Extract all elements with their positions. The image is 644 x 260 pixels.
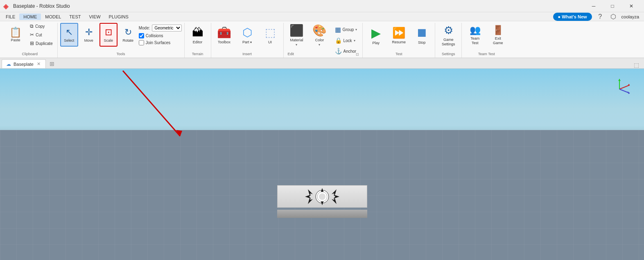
toolbox-button[interactable]: 🧰 Toolbox <box>214 23 235 47</box>
rotate-button[interactable]: ↻ Rotate <box>119 23 137 47</box>
menu-test[interactable]: TEST <box>65 13 85 20</box>
svg-marker-14 <box>618 79 621 81</box>
select-button[interactable]: ↖ Select <box>60 23 78 47</box>
svg-marker-4 <box>333 195 339 199</box>
select-icon: ↖ <box>66 27 73 38</box>
maximize-button[interactable]: □ <box>603 0 622 12</box>
play-button[interactable]: ▶ Play <box>365 23 386 47</box>
viewport-options-button[interactable]: ⬚ <box>634 62 639 68</box>
tab-bar: ☁ Baseplate ✕ ⊞ ⬚ <box>0 58 644 69</box>
rotate-icon: ↻ <box>124 27 132 38</box>
ribbon-group-team-test: 👥 TeamTest 🚪 ExitGame Team Test <box>462 23 511 58</box>
tab-label: Baseplate <box>14 62 34 67</box>
exit-game-icon: 🚪 <box>493 25 504 36</box>
header-right: ● What's New ? ⬡ coolayza <box>553 12 642 22</box>
team-test-label: Team Test <box>464 51 508 58</box>
color-icon: 🎨 <box>312 24 327 37</box>
stop-button[interactable]: ⏹ Stop <box>411 23 432 47</box>
settings-label: Settings <box>438 51 459 58</box>
title-bar: ◈ Baseplate - Roblox Studio ─ □ ✕ <box>0 0 644 12</box>
menu-home[interactable]: HOME <box>19 13 41 20</box>
menu-view[interactable]: VIEW <box>85 13 104 20</box>
username-label: coolayza <box>621 14 639 19</box>
part-button[interactable]: ⬡ Part ▾ <box>237 23 258 47</box>
material-icon: ⬛ <box>289 24 304 37</box>
collisions-checkbox[interactable]: Collisions <box>139 33 182 38</box>
join-surfaces-checkbox[interactable]: Join Surfaces <box>139 40 182 45</box>
ui-icon: ⬚ <box>265 26 276 39</box>
scale-icon: ⊡ <box>105 27 112 38</box>
group-dropdown-icon: ▾ <box>355 28 357 31</box>
move-icon: ✛ <box>85 27 93 38</box>
lock-icon: 🔒 <box>335 37 342 44</box>
duplicate-icon: ⊞ <box>30 40 34 46</box>
stop-icon: ⏹ <box>416 26 428 40</box>
terrain-icon: 🏔 <box>192 26 203 39</box>
share-button[interactable]: ⬡ <box>608 12 618 22</box>
clipboard-small-buttons: ⧉ Copy ✂ Cut ⊞ Duplicate <box>28 23 55 47</box>
baseplate-object <box>277 185 367 218</box>
viewport[interactable] <box>0 69 644 260</box>
tools-extra: Mode: Geometric Local World Collisions J… <box>139 23 182 45</box>
exit-game-button[interactable]: 🚪 ExitGame <box>487 23 508 47</box>
terrain-label: Terrain <box>187 51 208 58</box>
team-test-button[interactable]: 👥 TeamTest <box>464 23 486 47</box>
group-button[interactable]: ▦ Group ▾ <box>332 24 360 36</box>
part-icon: ⬡ <box>242 26 252 39</box>
baseplate-side <box>277 210 367 218</box>
cut-icon: ✂ <box>30 32 34 38</box>
team-test-icon: 👥 <box>470 25 481 36</box>
app-icon: ◈ <box>3 2 11 10</box>
play-icon: ▶ <box>371 26 381 40</box>
material-button[interactable]: ⬛ Material▾ <box>286 23 307 47</box>
mode-label: Mode: <box>139 26 150 30</box>
ribbon-group-test: ▶ Play ⏩ Resume ⏹ Stop Test <box>363 23 435 58</box>
insert-label: Insert <box>214 51 281 58</box>
cut-button[interactable]: ✂ Cut <box>28 31 55 39</box>
ribbon-group-edit: ⬛ Material▾ 🎨 Color▾ ▦ Group ▾ 🔒 Lock ▾ <box>284 23 363 58</box>
menu-plugins[interactable]: PLUGINS <box>105 13 133 20</box>
ribbon-group-insert: 🧰 Toolbox ⬡ Part ▾ ⬚ UI Insert <box>211 23 284 58</box>
mode-select[interactable]: Geometric Local World <box>152 25 182 31</box>
copy-icon: ⧉ <box>30 23 34 29</box>
move-button[interactable]: ✛ Move <box>80 23 98 47</box>
resume-icon: ⏩ <box>392 27 405 39</box>
toolbox-icon: 🧰 <box>217 26 231 39</box>
menu-model[interactable]: MODEL <box>41 13 65 20</box>
svg-point-10 <box>319 193 325 200</box>
lock-button[interactable]: 🔒 Lock ▾ <box>332 36 360 45</box>
whats-new-button[interactable]: ● What's New <box>553 13 592 21</box>
test-label: Test <box>365 51 432 58</box>
game-settings-button[interactable]: ⚙ GameSettings <box>438 23 459 47</box>
duplicate-button[interactable]: ⊞ Duplicate <box>28 39 55 47</box>
minimize-button[interactable]: ─ <box>584 0 603 12</box>
ribbon-group-clipboard: 📋 Paste ⧉ Copy ✂ Cut ⊞ Duplicate Clipboa… <box>2 23 58 58</box>
app-title: Baseplate - Roblox Studio <box>13 3 584 9</box>
help-button[interactable]: ? <box>595 12 605 22</box>
paste-button[interactable]: 📋 Paste <box>5 23 26 47</box>
tools-label: Tools <box>60 51 182 58</box>
tab-close-button[interactable]: ✕ <box>36 61 41 67</box>
axes-widget <box>607 77 632 101</box>
ribbon: 📋 Paste ⧉ Copy ✂ Cut ⊞ Duplicate Clipboa… <box>0 21 644 58</box>
baseplate-tab[interactable]: ☁ Baseplate ✕ <box>2 59 46 68</box>
new-tab-button[interactable]: ⊞ <box>47 59 56 68</box>
terrain-editor-button[interactable]: 🏔 Editor <box>187 23 208 47</box>
baseplate-decal <box>300 186 345 207</box>
sky-background <box>0 69 644 136</box>
group-icon: ▦ <box>335 26 341 34</box>
ui-button[interactable]: ⬚ UI <box>260 23 281 47</box>
svg-marker-3 <box>305 195 311 199</box>
close-button[interactable]: ✕ <box>622 0 641 12</box>
ribbon-group-tools: ↖ Select ✛ Move ⊡ Scale ↻ Rotate Mode: G… <box>58 23 185 58</box>
tab-cloud-icon: ☁ <box>6 61 11 67</box>
copy-button[interactable]: ⧉ Copy <box>28 22 55 30</box>
menu-file[interactable]: FILE <box>2 13 19 20</box>
resume-button[interactable]: ⏩ Resume <box>388 23 409 47</box>
lock-dropdown-icon: ▾ <box>354 39 355 43</box>
edit-expand-icon[interactable]: ⊡ <box>356 52 360 56</box>
color-button[interactable]: 🎨 Color▾ <box>309 23 330 47</box>
clipboard-label: Clipboard <box>5 51 55 58</box>
ribbon-group-terrain: 🏔 Editor Terrain <box>185 23 211 58</box>
scale-button[interactable]: ⊡ Scale <box>99 23 118 47</box>
